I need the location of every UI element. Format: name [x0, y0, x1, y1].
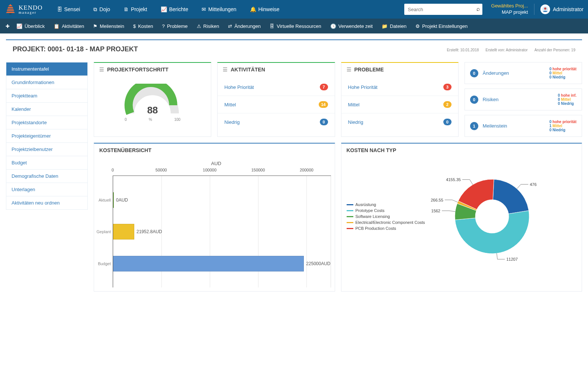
topnav-label: Dojo: [99, 6, 110, 12]
bar-value-label: 225000AUD: [306, 261, 330, 266]
legend-item: PCB Production Costs: [347, 225, 425, 231]
sidebar-item-projektteam[interactable]: Projektteam: [6, 89, 87, 103]
gauge-unit: %: [149, 118, 152, 122]
topnav-label: Mitteilungen: [208, 6, 237, 12]
subnav-meilenstein[interactable]: ⚑Meilenstein: [89, 19, 129, 33]
subnav-risiken[interactable]: ⚠Risiken: [192, 19, 224, 33]
priority-row[interactable]: Niedrig0: [341, 113, 458, 131]
donut-legend: AusrüstungPrototype CostsSoftware Licens…: [347, 202, 425, 231]
count-badge: 0: [443, 119, 452, 125]
subnav-projekt-einstellungen[interactable]: ⚙Projekt Einstellungen: [411, 19, 472, 33]
project-meta-item: Anzahl der Personen: 19: [534, 48, 575, 52]
summary-card-title: Risiken: [483, 97, 553, 102]
priority-row[interactable]: Hohe Priorität7: [218, 78, 334, 96]
bar-row: Geplant21952.8AUD: [113, 224, 331, 239]
topnav-label: Projekt: [131, 6, 147, 12]
sidebar-item-demografische-daten[interactable]: Demografische Daten: [6, 170, 87, 183]
svg-point-2: [544, 7, 546, 10]
priority-row[interactable]: Mittel14: [218, 96, 334, 113]
subnav-kosten[interactable]: $Kosten: [129, 19, 158, 33]
panel-cost-overview: KOSTENÜBERSICHT AUD 05000010000015000020…: [94, 143, 335, 292]
list-icon: ☰: [99, 67, 104, 73]
chart-line-icon: 📈: [16, 23, 22, 29]
selected-project[interactable]: Gewähltes Proj... MAP projekt: [491, 3, 528, 16]
search-input[interactable]: [404, 4, 482, 15]
bar: [113, 224, 134, 239]
project-meta-item: Erstellt: 10.01.2018: [447, 48, 479, 52]
sidebar-item-aktivitäten-neu-ordnen[interactable]: Aktivitäten neu ordnen: [6, 196, 87, 209]
svg-rect-0: [9, 13, 12, 15]
sidebar-item-projekteigentümer[interactable]: Projekteigentümer: [6, 129, 87, 143]
summary-card-meilenstein[interactable]: 1Meilenstein0 hohe priorität1 Mittel0 Ni…: [465, 115, 582, 137]
panel-progress: ☰PROJEKTFORTSCHRITT 88 0 % 100: [94, 62, 211, 137]
topnav-label: Sensei: [64, 6, 80, 12]
summary-card-risiken[interactable]: 0Risiken0 hohe inf.0 Mittel0 Niedrig: [465, 89, 582, 110]
summary-card-title: Änderungen: [483, 70, 545, 76]
list-icon: ☰: [223, 67, 228, 73]
bell-icon: 🔔: [250, 6, 256, 12]
subnav-virtuelle-ressourcen[interactable]: 🗄Virtuelle Ressourcen: [265, 19, 326, 33]
topnav-sensei[interactable]: 🗄Sensei: [50, 0, 87, 19]
summary-lines: 0 hohe priorität0 Mittel0 Niedrig: [549, 67, 576, 79]
legend-label: Prototype Costs: [356, 208, 385, 213]
subnav-label: Meilenstein: [100, 23, 124, 29]
x-tick: 50000: [155, 168, 167, 172]
subnav-verwendete-zeit[interactable]: 🕓Verwendete zeit: [326, 19, 377, 33]
subnav-label: Projekt Einstellungen: [422, 23, 467, 29]
subnav-dateien[interactable]: 📁Dateien: [377, 19, 411, 33]
legend-label: Electrical/Electronic Component Costs: [356, 220, 425, 225]
subnav-label: Dateien: [390, 23, 407, 29]
legend-swatch: [347, 204, 353, 205]
sidebar-item-grundinformationen[interactable]: Grundinformationen: [6, 76, 87, 89]
panel-cost-by-type-title: KOSTEN NACH TYP: [347, 147, 396, 153]
legend-label: Software Licensing: [356, 214, 390, 219]
brand-logo[interactable]: KENDO manager: [4, 3, 43, 15]
user-name: Administrator: [553, 6, 584, 12]
priority-row[interactable]: Mittel2: [341, 96, 458, 113]
sidebar-item-projektstandorte[interactable]: Projektstandorte: [6, 116, 87, 129]
donut-value-label: 1562: [431, 209, 440, 213]
subnav-überblick[interactable]: 📈Überblick: [12, 19, 49, 33]
subnav-label: Virtuelle Ressourcen: [277, 23, 321, 29]
priority-row[interactable]: Niedrig0: [218, 113, 334, 131]
topnav-berichte[interactable]: 📈Berichte: [154, 0, 195, 19]
topnav-hinweise[interactable]: 🔔Hinweise: [243, 0, 286, 19]
priority-row[interactable]: Hohe Priorität3: [341, 78, 458, 96]
priority-label: Niedrig: [348, 119, 363, 125]
subnav-aktivitäten[interactable]: 📋Aktivitäten: [49, 19, 89, 33]
topnav-projekt[interactable]: 🗎Projekt: [117, 0, 154, 19]
list-icon: ☰: [347, 67, 351, 73]
sidebar-item-projektzielbenutzer[interactable]: Projektzielbenutzer: [6, 143, 87, 156]
sidebar-item-kalender[interactable]: Kalender: [6, 103, 87, 116]
subnav-änderungen[interactable]: ⇄Änderungen: [224, 19, 265, 33]
brand-line1: KENDO: [19, 4, 43, 11]
summary-card-änderungen[interactable]: 0Änderungen0 hohe priorität0 Mittel0 Nie…: [465, 62, 582, 84]
selected-project-label: Gewähltes Proj...: [491, 3, 528, 9]
count-badge: 3: [443, 84, 452, 90]
top-navbar: KENDO manager 🗄Sensei⧉Dojo🗎Projekt📈Beric…: [0, 0, 588, 19]
topnav-label: Hinweise: [258, 6, 280, 12]
sidebar-item-unterlagen[interactable]: Unterlagen: [6, 183, 87, 196]
legend-label: PCB Production Costs: [356, 226, 396, 231]
selected-project-name: MAP projekt: [491, 9, 528, 16]
bar-value-label: 0AUD: [116, 197, 128, 203]
legend-item: Prototype Costs: [347, 208, 425, 213]
legend-swatch: [347, 210, 353, 211]
summary-lines: 0 hohe inf.0 Mittel0 Niedrig: [558, 93, 576, 106]
topnav-mitteilungen[interactable]: ✉Mitteilungen: [195, 0, 243, 19]
bar-category-label: Aktuell: [94, 198, 111, 202]
user-menu[interactable]: Administrator: [540, 4, 584, 14]
topnav-dojo[interactable]: ⧉Dojo: [87, 0, 117, 19]
sidebar-item-budget[interactable]: Budget: [6, 156, 87, 170]
search-button[interactable]: ⌕: [476, 6, 480, 12]
donut-value-label: 4155.35: [446, 177, 461, 182]
count-badge: 7: [320, 84, 328, 90]
bar-value-label: 21952.8AUD: [136, 229, 162, 234]
subnav-add-button[interactable]: ✚: [3, 19, 12, 33]
count-badge: 0: [320, 119, 328, 125]
project-sidebar: InstrumententafelGrundinformationenProje…: [6, 62, 88, 210]
panel-cost-overview-title: KOSTENÜBERSICHT: [99, 147, 151, 153]
bar-row: Budget225000AUD: [113, 256, 331, 271]
sidebar-item-instrumententafel[interactable]: Instrumententafel: [6, 62, 87, 76]
subnav-probleme[interactable]: ?Probleme: [158, 19, 192, 33]
